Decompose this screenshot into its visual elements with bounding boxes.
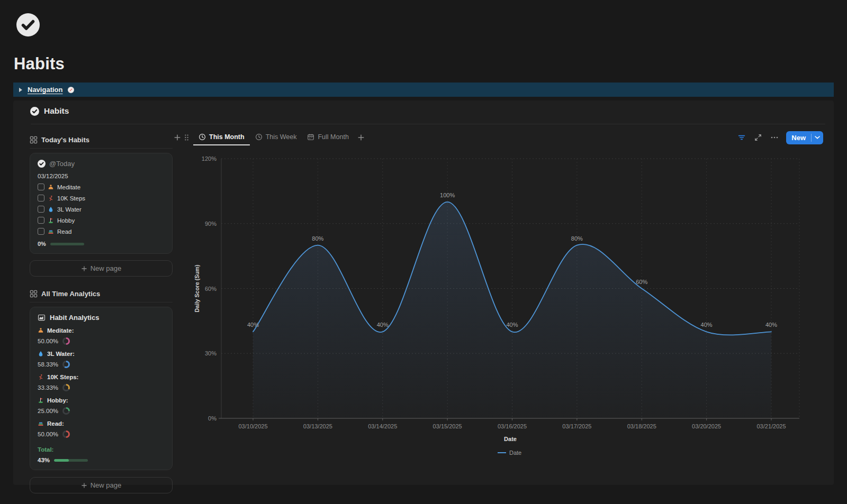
person-meditating-icon — [48, 184, 54, 190]
progress-ring — [62, 407, 70, 415]
svg-text:30%: 30% — [205, 350, 217, 356]
svg-text:03/15/2025: 03/15/2025 — [433, 423, 462, 429]
habit-label: Hobby — [57, 217, 75, 224]
svg-text:40%: 40% — [377, 322, 389, 328]
water-droplet-icon — [48, 206, 54, 213]
analytics-item-value: 50.00% — [38, 338, 58, 344]
new-button[interactable]: New — [786, 131, 823, 144]
person-meditating-icon — [38, 327, 44, 334]
svg-text:03/10/2025: 03/10/2025 — [238, 423, 267, 429]
svg-text:60%: 60% — [636, 279, 647, 285]
total-progress-bar — [54, 459, 88, 462]
navigation-toggle-label[interactable]: Navigation — [28, 86, 62, 94]
svg-text:Daily Score (Sum): Daily Score (Sum) — [194, 265, 200, 313]
analytics-item-label: Meditate: — [47, 327, 74, 334]
new-button-label[interactable]: New — [786, 134, 811, 142]
habit-analytics-card[interactable]: Habit Analytics Meditate:50.00%3L Water:… — [30, 307, 173, 470]
analytics-item-label-row: 10K Steps: — [38, 374, 165, 380]
tab-this-week[interactable]: This Week — [250, 130, 302, 145]
calendar-icon — [307, 133, 314, 141]
divider — [30, 302, 173, 303]
svg-text:120%: 120% — [202, 155, 217, 162]
habit-checkbox[interactable] — [38, 228, 44, 235]
today-habits-title: Today's Habits — [41, 136, 89, 144]
analytics-item-value-row: 58.33% — [38, 361, 165, 368]
section-title: Habits — [44, 106, 69, 116]
habit-checkbox[interactable] — [38, 195, 44, 201]
analytics-item-label-row: Meditate: — [38, 327, 165, 334]
divider — [30, 148, 173, 149]
total-label: Total: — [38, 446, 165, 453]
analytics-item-value-row: 25.00% — [38, 407, 165, 415]
habits-page: Habits Navigation Habits Today's Habits … — [0, 0, 847, 504]
total-progress: 43% — [38, 457, 165, 463]
drag-handle-icon[interactable] — [184, 134, 189, 141]
habit-row: 3L Water — [38, 206, 165, 213]
today-mention-row: @Today — [38, 160, 165, 168]
daily-progress-label: 0% — [38, 241, 46, 247]
habit-score-chart: 0%30%60%90%120%03/10/202503/13/202503/14… — [191, 151, 831, 463]
habit-checkbox[interactable] — [38, 206, 44, 213]
clock-icon — [255, 133, 263, 141]
habit-row: Read — [38, 228, 165, 235]
all-time-analytics-title: All Time Analytics — [41, 290, 100, 298]
filter-icon[interactable] — [737, 133, 746, 142]
tab-full-month[interactable]: Full Month — [302, 130, 354, 145]
habit-row: Meditate — [38, 184, 165, 190]
analytics-item-label: Hobby: — [47, 397, 68, 404]
clock-icon — [199, 133, 206, 141]
all-time-analytics-header: All Time Analytics — [30, 288, 173, 299]
plus-icon — [81, 482, 87, 489]
habit-checkbox[interactable] — [38, 217, 44, 224]
analytics-item-label-row: Read: — [38, 420, 165, 427]
expand-icon[interactable] — [754, 133, 762, 142]
analytics-item-label: 10K Steps: — [47, 374, 78, 380]
habits-panel: Habits Today's Habits @Today 03/12/2025 … — [13, 100, 834, 485]
analytics-item-value: 25.00% — [38, 408, 58, 414]
tab-this-month[interactable]: This Month — [193, 130, 250, 145]
analytics-item-value: 58.33% — [38, 361, 58, 368]
new-page-label: New page — [91, 481, 122, 489]
analytics-item-value: 33.33% — [38, 384, 58, 391]
golf-flag-icon — [38, 397, 44, 404]
gallery-grid-icon — [30, 136, 38, 144]
analytics-item-value-row: 50.00% — [38, 337, 165, 345]
add-view-plus-icon[interactable] — [357, 134, 365, 141]
svg-text:Date: Date — [509, 450, 521, 456]
progress-ring — [62, 430, 70, 438]
add-block-plus-icon[interactable] — [174, 134, 181, 141]
svg-text:03/20/2025: 03/20/2025 — [692, 423, 721, 429]
habit-checkbox[interactable] — [38, 184, 44, 190]
svg-text:40%: 40% — [701, 322, 713, 328]
svg-text:Date: Date — [504, 436, 517, 442]
runner-icon — [38, 374, 44, 380]
today-habit-card[interactable]: @Today 03/12/2025 Meditate10K Steps3L Wa… — [30, 153, 173, 254]
habit-label: Read — [57, 228, 72, 235]
habit-checklist: Meditate10K Steps3L WaterHobbyRead — [38, 184, 165, 235]
progress-ring — [62, 361, 70, 368]
more-options-icon[interactable] — [770, 133, 779, 142]
daily-progress-bar — [50, 243, 84, 245]
view-tabs: This MonthThis WeekFull Month — [193, 130, 354, 145]
svg-text:03/14/2025: 03/14/2025 — [368, 423, 397, 429]
today-mention: @Today — [49, 160, 75, 168]
svg-text:03/13/2025: 03/13/2025 — [303, 423, 332, 429]
today-habits-header: Today's Habits — [30, 134, 173, 145]
svg-text:40%: 40% — [247, 322, 259, 328]
golf-flag-icon — [48, 217, 54, 224]
chevron-down-icon[interactable] — [812, 136, 823, 139]
progress-ring — [62, 384, 70, 391]
svg-text:40%: 40% — [506, 322, 518, 328]
svg-text:60%: 60% — [205, 286, 217, 292]
svg-text:03/16/2025: 03/16/2025 — [498, 423, 527, 429]
card-date: 03/12/2025 — [38, 173, 165, 179]
new-page-button[interactable]: New page — [30, 477, 173, 493]
svg-text:03/18/2025: 03/18/2025 — [627, 423, 656, 429]
new-page-button[interactable]: New page — [30, 260, 173, 277]
books-icon — [38, 420, 44, 427]
area-chart-icon — [38, 314, 46, 322]
habit-label: Meditate — [57, 184, 80, 190]
navigation-toggle[interactable]: Navigation — [13, 83, 834, 97]
svg-text:90%: 90% — [205, 221, 217, 227]
habit-label: 10K Steps — [57, 195, 85, 201]
